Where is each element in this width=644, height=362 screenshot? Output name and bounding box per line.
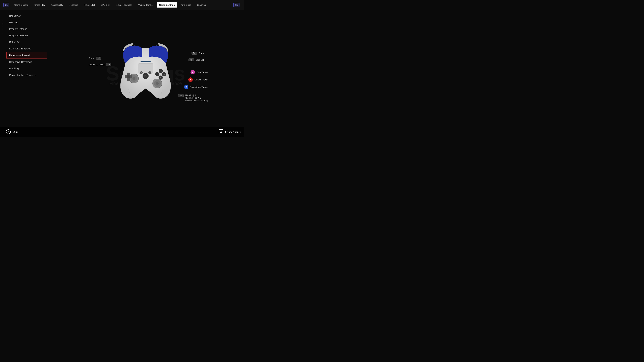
menu-ballcarrier[interactable]: Ballcarrier: [6, 13, 47, 19]
back-label: Back: [12, 130, 18, 133]
breakdown-tackle-label: ✕ Breakdown Tackle: [184, 85, 208, 89]
brand-icon: [219, 129, 224, 134]
defensive-assist-text: Defensive Assist: [88, 63, 104, 66]
rs-badge: RS: [178, 94, 184, 97]
menu-defensive-pursuit[interactable]: Defensive Pursuit: [6, 52, 47, 58]
left-controller-labels: Strafe L2 Defensive Assist L1: [88, 57, 111, 66]
controller-svg-container: △ ○ □ ✕ PS ☰ ⋯: [109, 43, 182, 100]
svg-text:☰: ☰: [141, 72, 142, 73]
action-labels: ■ Dive Tackle ● Switch Player ✕ Breakdow…: [184, 70, 208, 89]
strafe-label: Strafe L2: [88, 57, 111, 60]
svg-point-9: [126, 75, 130, 78]
top-navigation: L1 Game Options Cross-Play Accessibility…: [0, 0, 244, 10]
svg-marker-25: [220, 131, 222, 133]
nav-graphics[interactable]: Graphics: [195, 2, 208, 7]
back-button[interactable]: ○ Back: [6, 129, 18, 134]
nav-game-options[interactable]: Game Options: [12, 2, 31, 7]
rs-label-group: RS Hit Stick [UP] Cut Stick [DOWN] Blow-…: [178, 94, 208, 102]
dive-tackle-label: ■ Dive Tackle: [184, 70, 208, 74]
menu-passing[interactable]: Passing: [6, 19, 47, 25]
svg-text:△: △: [160, 70, 162, 72]
l2-badge: L2: [96, 57, 101, 60]
brand-name: THEGAMER: [225, 130, 241, 133]
rs-line-2: Cut Stick [DOWN]: [185, 97, 202, 99]
svg-point-6: [156, 82, 159, 85]
dive-tackle-text: Dive Tackle: [196, 71, 208, 73]
nav-badge-l1[interactable]: L1: [3, 3, 9, 7]
menu-defensive-coverage[interactable]: Defensive Coverage: [6, 59, 47, 65]
svg-point-3: [132, 77, 135, 80]
sprint-label: R2 Sprint: [188, 52, 204, 55]
menu-blocking[interactable]: Blocking: [6, 65, 47, 71]
bottom-bar: ○ Back THEGAMER: [0, 127, 244, 137]
nav-auto-subs[interactable]: Auto-Subs: [178, 2, 193, 7]
rs-line-3: Blow-Up Blocker [FLICK]: [185, 99, 208, 102]
nav-visual-feedback[interactable]: Visual Feedback: [114, 2, 134, 7]
defensive-assist-label: Defensive Assist L1: [88, 63, 111, 66]
menu-player-locked-receiver[interactable]: Player Locked Receiver: [6, 72, 47, 78]
nav-cross-play[interactable]: Cross-Play: [32, 2, 48, 7]
strip-ball-label: R1 Strip Ball: [188, 58, 204, 61]
brand-logo: THEGAMER: [219, 129, 241, 134]
nav-player-skill[interactable]: Player Skill: [82, 2, 97, 7]
right-top-labels: R2 Sprint R1 Strip Ball: [188, 52, 204, 61]
rs-line-1: Hit Stick [UP]: [185, 94, 197, 96]
svg-text:PS: PS: [144, 75, 147, 77]
back-circle-icon: ○: [6, 129, 11, 134]
sidebar-menu: Ballcarrier Passing Preplay Offense Prep…: [0, 10, 47, 137]
nav-accessibility[interactable]: Accessibility: [49, 2, 66, 7]
controller-area: Settings Fine tune your Madden experienc…: [47, 10, 244, 137]
menu-ball-in-air[interactable]: Ball in Air: [6, 39, 47, 45]
rs-text-group: Hit Stick [UP] Cut Stick [DOWN] Blow-Up …: [185, 94, 208, 102]
brand-svg-icon: [220, 130, 222, 133]
r1-badge: R1: [188, 58, 194, 61]
svg-text:✕: ✕: [160, 76, 162, 79]
nav-game-controls[interactable]: Game Controls: [157, 2, 177, 7]
nav-penalties[interactable]: Penalties: [66, 2, 80, 7]
menu-preplay-offense[interactable]: Preplay Offense: [6, 26, 47, 32]
r2-badge: R2: [192, 52, 197, 55]
svg-text:□: □: [157, 73, 158, 75]
svg-text:○: ○: [163, 73, 164, 75]
nav-cpu-skill[interactable]: CPU Skill: [98, 2, 112, 7]
switch-player-text: Switch Player: [194, 78, 208, 81]
nav-volume-control[interactable]: Volume Control: [136, 2, 156, 7]
controller-diagram: Strafe L2 Defensive Assist L1: [87, 43, 204, 104]
sprint-text: Sprint: [198, 52, 204, 54]
nav-badge-r1[interactable]: R1: [233, 3, 240, 7]
main-content: Ballcarrier Passing Preplay Offense Prep…: [0, 10, 244, 137]
strip-ball-text: Strip Ball: [196, 59, 204, 61]
menu-preplay-defense[interactable]: Preplay Defense: [6, 32, 47, 38]
menu-defensive-engaged[interactable]: Defensive Engaged: [6, 45, 47, 52]
breakdown-tackle-text: Breakdown Tackle: [190, 86, 208, 88]
svg-text:⋯: ⋯: [149, 72, 150, 73]
circle-btn-icon: ●: [188, 77, 193, 82]
square-btn-icon: ■: [190, 70, 195, 74]
svg-rect-24: [140, 61, 150, 62]
switch-player-label: ● Switch Player: [184, 77, 208, 82]
cross-btn-icon: ✕: [184, 85, 188, 89]
strafe-text: Strafe: [88, 57, 94, 59]
controller-svg: △ ○ □ ✕ PS ☰ ⋯: [109, 43, 182, 100]
